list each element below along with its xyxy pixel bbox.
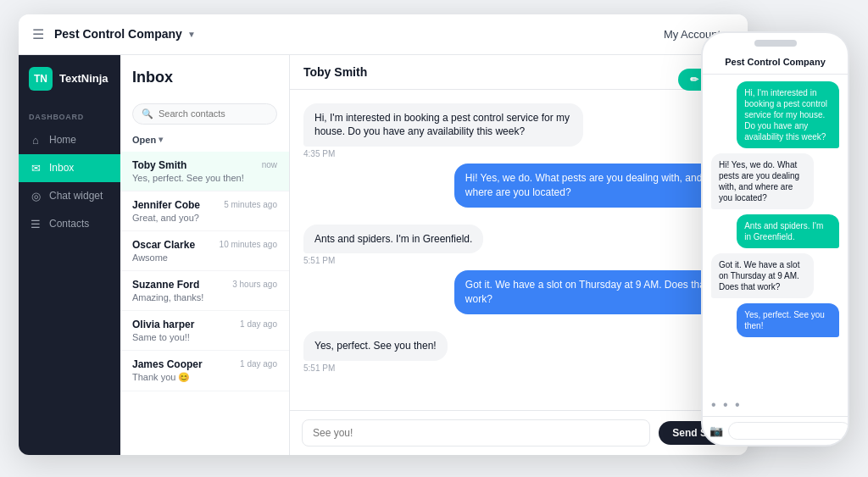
- sidebar-item-chat-widget[interactable]: ◎ Chat widget: [19, 182, 120, 210]
- contact-preview: Thank you 😊: [132, 372, 277, 383]
- hamburger-icon[interactable]: ☰: [32, 26, 44, 42]
- sidebar-item-contacts[interactable]: ☰ Contacts: [19, 210, 120, 238]
- inbox-header: Inbox: [120, 55, 289, 103]
- phone-bubble: Got it. We have a slot on Thursday at 9 …: [711, 253, 814, 298]
- search-input[interactable]: [159, 108, 268, 119]
- contact-name: Jennifer Cobe: [132, 199, 200, 211]
- contact-item[interactable]: Olivia harper 1 day ago Same to you!!: [120, 311, 289, 351]
- chat-contact-name: Toby Smith: [303, 65, 367, 79]
- contact-name: Toby Smith: [132, 159, 186, 171]
- chat-input[interactable]: [302, 419, 650, 446]
- sidebar-item-home[interactable]: ⌂ Home: [19, 126, 120, 154]
- filter-bar[interactable]: Open ▾: [120, 131, 289, 152]
- sidebar-item-label: Home: [49, 134, 76, 146]
- message-group: Hi, I'm interested in booking a pest con…: [303, 103, 734, 159]
- inbox-icon: ✉: [29, 162, 42, 175]
- message-group: Yes, perfect. See you then!5:51 PM: [303, 331, 734, 373]
- chat-input-area: Send SMS: [290, 410, 748, 455]
- company-name: Pest Control Company: [54, 27, 182, 41]
- company-selector[interactable]: Pest Control Company ▼: [54, 27, 196, 41]
- contact-time: 10 minutes ago: [220, 240, 277, 249]
- phone-bubble: Hi! Yes, we do. What pests are you deali…: [711, 153, 814, 209]
- contact-time: 5 minutes ago: [224, 200, 277, 209]
- content-area: TN TextNinja DASHBOARD ⌂ Home ✉ Inbox ◎ …: [19, 55, 748, 455]
- inbox-panel: Inbox 🔍 Open ▾ Toby Smith now Yes, perfe…: [120, 55, 290, 455]
- sidebar-item-inbox[interactable]: ✉ Inbox: [19, 154, 120, 182]
- filter-chevron-icon: ▾: [159, 135, 163, 144]
- filter-label: Open: [132, 135, 156, 145]
- phone-company-name: Pest Control Company: [713, 57, 837, 67]
- phone-input-area: 📷 ▶: [703, 416, 848, 445]
- home-icon: ⌂: [29, 134, 42, 147]
- phone-messages: Hi, I'm interested in booking a pest con…: [703, 75, 848, 394]
- contact-preview: Yes, perfect. See you then!: [132, 173, 277, 183]
- contact-time: now: [262, 160, 277, 169]
- sidebar: TN TextNinja DASHBOARD ⌂ Home ✉ Inbox ◎ …: [19, 55, 120, 455]
- message-time: 5:51 PM: [303, 317, 734, 326]
- contact-name: Olivia harper: [132, 319, 194, 330]
- sidebar-item-label: Contacts: [49, 218, 89, 230]
- chat-panel: Toby Smith ✓ ✏ Hi, I'm interested in boo…: [290, 55, 748, 455]
- message-group: Ants and spiders. I'm in Greenfield.5:51…: [303, 225, 734, 266]
- logo-icon: TN: [29, 67, 53, 91]
- contact-item[interactable]: James Cooper 1 day ago Thank you 😊: [120, 351, 289, 391]
- contact-preview: Awsome: [132, 252, 277, 263]
- phone-mockup: Pest Control Company Hi, I'm interested …: [701, 31, 849, 446]
- search-icon: 🔍: [142, 108, 153, 119]
- phone-bubble: Hi, I'm interested in booking a pest con…: [737, 81, 839, 148]
- message-bubble: Hi! Yes, we do. What pests are you deali…: [454, 164, 734, 208]
- sidebar-section-label: DASHBOARD: [19, 103, 120, 126]
- contact-preview: Amazing, thanks!: [132, 292, 277, 302]
- search-box[interactable]: 🔍: [132, 103, 277, 125]
- camera-icon[interactable]: 📷: [709, 424, 723, 437]
- message-time: 5:51 PM: [303, 256, 734, 265]
- message-group: Got it. We have a slot on Thursday at 9 …: [303, 270, 734, 326]
- contact-name: Suzanne Ford: [132, 279, 199, 291]
- message-time: 4:35 PM: [303, 149, 734, 158]
- message-bubble: Yes, perfect. See you then!: [303, 331, 448, 361]
- sidebar-item-label: Chat widget: [49, 190, 103, 202]
- message-time: 4:37 PM: [303, 210, 734, 219]
- sidebar-logo: TN TextNinja: [19, 55, 120, 103]
- contact-name: Oscar Clarke: [132, 239, 195, 251]
- contact-preview: Great, and you?: [132, 213, 277, 223]
- contact-time: 3 hours ago: [232, 280, 277, 289]
- chat-widget-icon: ◎: [29, 190, 42, 202]
- contact-item[interactable]: Oscar Clarke 10 minutes ago Awsome: [120, 231, 289, 271]
- contact-item[interactable]: Suzanne Ford 3 hours ago Amazing, thanks…: [120, 271, 289, 311]
- compose-icon: ✏: [690, 74, 698, 86]
- phone-notch: [754, 40, 797, 47]
- contact-time: 1 day ago: [240, 319, 277, 329]
- logo-text: TextNinja: [59, 72, 108, 85]
- contacts-icon: ☰: [29, 218, 42, 230]
- message-bubble: Hi, I'm interested in booking a pest con…: [303, 103, 583, 147]
- contact-item[interactable]: Jennifer Cobe 5 minutes ago Great, and y…: [120, 191, 289, 231]
- message-bubble: Ants and spiders. I'm in Greenfield.: [303, 225, 483, 254]
- contact-time: 1 day ago: [240, 359, 277, 369]
- contact-name: James Cooper: [132, 358, 203, 370]
- chevron-down-icon: ▼: [187, 30, 196, 39]
- phone-typing-indicator: • • •: [703, 394, 848, 416]
- contact-item[interactable]: Toby Smith now Yes, perfect. See you the…: [120, 152, 289, 191]
- top-nav: ☰ Pest Control Company ▼ My Account ▼: [19, 14, 748, 55]
- contact-list: Toby Smith now Yes, perfect. See you the…: [120, 152, 289, 455]
- sidebar-item-label: Inbox: [49, 162, 74, 174]
- chat-messages: Hi, I'm interested in booking a pest con…: [290, 90, 748, 410]
- inbox-title: Inbox: [132, 69, 277, 86]
- app-window: ☰ Pest Control Company ▼ My Account ▼ TN…: [19, 14, 748, 455]
- message-group: Hi! Yes, we do. What pests are you deali…: [303, 164, 734, 219]
- phone-header: Pest Control Company: [703, 53, 848, 75]
- contact-preview: Same to you!!: [132, 332, 277, 342]
- message-bubble: Got it. We have a slot on Thursday at 9 …: [454, 270, 734, 314]
- phone-bubble: Yes, perfect. See you then!: [737, 303, 839, 337]
- phone-input[interactable]: [728, 422, 849, 440]
- message-time: 5:51 PM: [303, 363, 734, 373]
- phone-bubble: Ants and spiders. I'm in Greenfield.: [737, 214, 839, 248]
